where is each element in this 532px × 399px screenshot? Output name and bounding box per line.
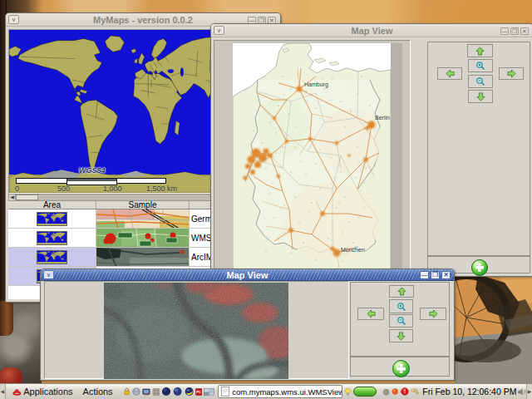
workspace-switcher[interactable] bbox=[204, 387, 214, 397]
pan-right-button[interactable] bbox=[420, 308, 446, 320]
sample-map-1 bbox=[96, 209, 190, 229]
map-view-title: Map View bbox=[211, 26, 532, 36]
applications-menu-icon[interactable] bbox=[12, 387, 22, 397]
maximize-button[interactable]: ❐ bbox=[510, 27, 519, 35]
area-cell-selected[interactable] bbox=[8, 248, 96, 267]
file-cabinet-icon[interactable] bbox=[152, 387, 160, 397]
keys-icon[interactable] bbox=[411, 387, 420, 397]
battery-meter[interactable] bbox=[353, 387, 377, 397]
photo-red-object bbox=[0, 367, 22, 384]
navigation-panel bbox=[350, 282, 450, 357]
city-label-munchen: München bbox=[341, 247, 365, 253]
close-button[interactable]: ✕ bbox=[520, 27, 529, 35]
map-controls-panel bbox=[411, 40, 531, 273]
zoom-in-button[interactable] bbox=[468, 59, 493, 72]
add-layer-panel bbox=[350, 357, 450, 377]
pan-down-button[interactable] bbox=[389, 329, 413, 342]
world-thumbnail bbox=[37, 231, 67, 245]
scale-bar bbox=[16, 178, 166, 184]
web-browser-icon[interactable] bbox=[132, 386, 140, 397]
header-area[interactable]: Area bbox=[8, 201, 96, 209]
sample-cell[interactable] bbox=[96, 229, 190, 248]
screenshot-tool-icon[interactable] bbox=[142, 387, 150, 397]
globe-moon-icon[interactable] bbox=[185, 385, 194, 398]
header-sample[interactable]: Sample bbox=[96, 201, 190, 209]
area-cell[interactable] bbox=[8, 209, 96, 229]
minimize-button[interactable]: — bbox=[500, 27, 509, 35]
applications-menu[interactable]: Applications bbox=[23, 387, 72, 397]
add-button[interactable] bbox=[471, 259, 488, 276]
blue-sphere-icon[interactable] bbox=[173, 385, 182, 398]
photo-bicycle-wheel bbox=[455, 274, 532, 384]
maximize-button[interactable]: ❐ bbox=[431, 271, 440, 279]
add-button[interactable] bbox=[392, 360, 410, 377]
navigation-panel bbox=[427, 42, 530, 256]
map-view-titlebar[interactable]: v Map View — ❐ ✕ bbox=[211, 24, 532, 37]
map-view-titlebar-active[interactable]: v Map View — ❐ ✕ bbox=[41, 269, 454, 281]
germany-map-panel[interactable]: Hamburg Berlin München bbox=[214, 40, 411, 275]
scale-1500: 1,500 km bbox=[146, 185, 177, 193]
minimize-button[interactable]: — bbox=[420, 271, 429, 279]
city-label-berlin: Berlin bbox=[375, 115, 390, 121]
panel-hide-right-button[interactable]: ▶ bbox=[526, 384, 532, 399]
window-document-icon bbox=[220, 387, 230, 397]
sample-map-3 bbox=[96, 248, 190, 267]
dark-globe-icon[interactable] bbox=[161, 385, 171, 398]
svg-text:PC: PC bbox=[196, 390, 201, 394]
lightbulb-icon[interactable] bbox=[345, 386, 351, 398]
area-cell[interactable] bbox=[8, 229, 96, 248]
zoom-out-button[interactable] bbox=[468, 75, 493, 88]
pan-right-button[interactable] bbox=[499, 67, 524, 80]
scale-500: 500 bbox=[57, 185, 70, 193]
orange-ball-icon[interactable] bbox=[392, 387, 398, 397]
map-scroll-area bbox=[391, 43, 402, 276]
photo-pipe bbox=[0, 301, 13, 336]
zoom-in-button[interactable] bbox=[389, 299, 413, 313]
sample-cell[interactable] bbox=[96, 209, 190, 229]
scale-0: 0 bbox=[15, 185, 19, 193]
clock[interactable]: Fri Feb 10, 12:06:40 PM bbox=[422, 387, 516, 397]
pc-icon[interactable]: PC bbox=[195, 387, 202, 397]
projection-label: WGS84 bbox=[79, 166, 106, 175]
taskbar: ◀ Applications Actions bbox=[0, 383, 532, 399]
svg-text:!: ! bbox=[404, 388, 406, 394]
pan-left-button[interactable] bbox=[437, 67, 462, 80]
gray-icon[interactable] bbox=[382, 387, 390, 397]
scroll-left-icon[interactable]: ◀ bbox=[9, 195, 16, 200]
alert-icon[interactable]: ! bbox=[401, 386, 409, 397]
zoom-out-button[interactable] bbox=[389, 314, 413, 328]
pan-down-button[interactable] bbox=[468, 90, 493, 103]
close-button[interactable]: ✕ bbox=[441, 271, 451, 279]
germany-map-image[interactable]: Hamburg Berlin München bbox=[233, 43, 391, 276]
taskbar-window-button[interactable]: com.mymaps.wms.ui.WMSViewer bbox=[218, 385, 342, 398]
world-thumbnail bbox=[37, 212, 67, 226]
lock-icon[interactable] bbox=[123, 386, 131, 397]
map-view-title: Map View bbox=[41, 270, 454, 280]
world-thumbnail bbox=[37, 250, 67, 264]
sample-cell[interactable] bbox=[96, 248, 190, 267]
satellite-image[interactable] bbox=[104, 283, 288, 379]
pan-up-button[interactable] bbox=[467, 44, 493, 57]
window-map-view-top: v Map View — ❐ ✕ bbox=[210, 23, 532, 277]
pan-up-button[interactable] bbox=[389, 285, 414, 298]
scale-1000: 1,000 bbox=[103, 185, 122, 193]
panel-hide-left-button[interactable]: ◀ bbox=[0, 384, 6, 399]
speaker-icon[interactable] bbox=[518, 387, 526, 397]
map-controls-panel bbox=[349, 281, 451, 377]
scrollbar-thumb[interactable] bbox=[16, 195, 38, 200]
pan-left-button[interactable] bbox=[357, 308, 384, 320]
satellite-map-panel[interactable] bbox=[44, 281, 349, 379]
sample-map-2 bbox=[96, 229, 190, 248]
city-label-hamburg: Hamburg bbox=[304, 81, 328, 88]
window-map-view-bottom: v Map View — ❐ ✕ bbox=[40, 268, 455, 381]
actions-menu[interactable]: Actions bbox=[83, 387, 113, 397]
